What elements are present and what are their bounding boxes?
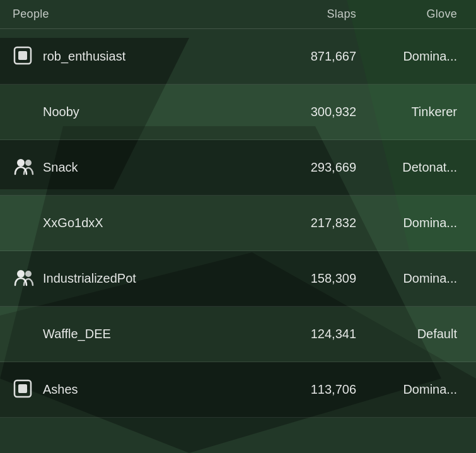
- person-cell: Ashes: [13, 379, 268, 401]
- table-row: rob_enthusiast 871,667 Domina...: [0, 29, 476, 85]
- person-name: Waffle_DEE: [43, 327, 111, 341]
- table-row: IndustrializedPot 158,309 Domina...: [0, 251, 476, 307]
- glove-value: Default: [369, 327, 463, 341]
- svg-point-7: [17, 159, 25, 167]
- person-name: Ashes: [43, 382, 78, 397]
- group-icon: [13, 268, 35, 290]
- svg-rect-11: [18, 384, 27, 393]
- person-name: Nooby: [43, 105, 79, 119]
- no-icon: [13, 323, 35, 346]
- roblox-icon: [13, 45, 35, 68]
- glove-value: Detonat...: [369, 160, 463, 175]
- table-row: XxGo1dxX 217,832 Domina...: [0, 196, 476, 251]
- slaps-value: 293,669: [268, 160, 369, 175]
- header-glove-label: Glove: [426, 8, 457, 20]
- table-header: People Slaps Glove: [0, 0, 476, 29]
- glove-value: Domina...: [369, 382, 463, 397]
- person-cell: rob_enthusiast: [13, 45, 268, 68]
- person-name: IndustrializedPot: [43, 271, 136, 286]
- slaps-value: 124,341: [268, 327, 369, 341]
- glove-value: Domina...: [369, 216, 463, 230]
- table-row: Nooby 300,932 Tinkerer: [0, 85, 476, 140]
- header-people-label: People: [13, 8, 49, 20]
- slaps-value: 300,932: [268, 105, 369, 119]
- group-icon: [13, 156, 35, 179]
- table-row: Waffle_DEE 124,341 Default: [0, 307, 476, 362]
- table-row: Ashes 113,706 Domina...: [0, 362, 476, 418]
- slaps-value: 871,667: [268, 49, 369, 64]
- no-icon: [13, 101, 35, 124]
- svg-point-9: [17, 270, 25, 278]
- svg-point-6: [25, 160, 32, 166]
- leaderboard-table: People Slaps Glove rob_enthusiast 871,66…: [0, 0, 476, 453]
- person-name: XxGo1dxX: [43, 216, 103, 230]
- person-cell: Nooby: [13, 101, 268, 124]
- header-slaps-label: Slaps: [327, 8, 356, 20]
- glove-value: Domina...: [369, 49, 463, 64]
- glove-value: Tinkerer: [369, 105, 463, 119]
- person-cell: Waffle_DEE: [13, 323, 268, 346]
- header-people: People: [13, 8, 268, 21]
- no-icon: [13, 212, 35, 235]
- svg-point-8: [25, 271, 32, 277]
- person-cell: XxGo1dxX: [13, 212, 268, 235]
- person-name: rob_enthusiast: [43, 49, 125, 64]
- slaps-value: 217,832: [268, 216, 369, 230]
- glove-value: Domina...: [369, 271, 463, 286]
- header-slaps: Slaps: [268, 8, 369, 21]
- person-cell: Snack: [13, 156, 268, 179]
- svg-rect-5: [18, 51, 27, 60]
- roblox-icon: [13, 379, 35, 401]
- table-row: Snack 293,669 Detonat...: [0, 140, 476, 196]
- slaps-value: 158,309: [268, 271, 369, 286]
- person-name: Snack: [43, 160, 78, 175]
- slaps-value: 113,706: [268, 382, 369, 397]
- rows-container: rob_enthusiast 871,667 Domina... Nooby 3…: [0, 29, 476, 418]
- person-cell: IndustrializedPot: [13, 268, 268, 290]
- header-glove: Glove: [369, 8, 463, 21]
